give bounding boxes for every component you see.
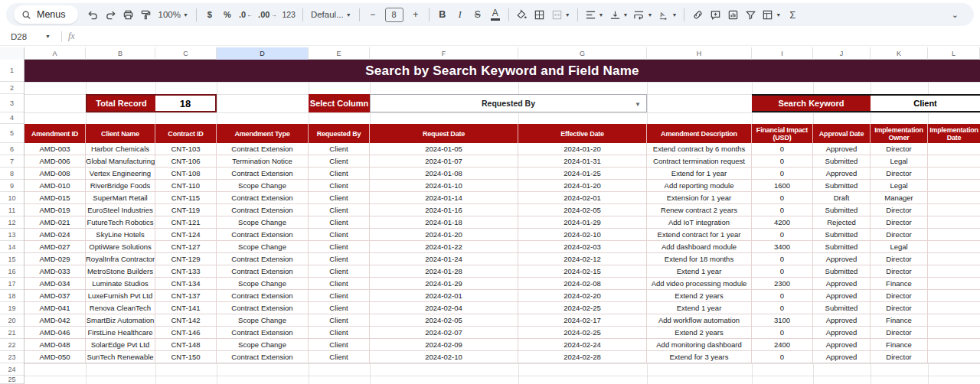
table-cell[interactable]: MetroStone Builders — [86, 265, 155, 278]
table-cell[interactable]: CNT-129 — [155, 253, 217, 265]
table-cell[interactable]: 2024-01-14 — [370, 192, 518, 204]
table-cell[interactable]: 2024-01-18 — [370, 216, 518, 229]
table-cell[interactable]: CNT-106 — [155, 155, 217, 168]
table-cell[interactable]: Director — [871, 229, 928, 241]
table-cell[interactable]: 2024-02-08 — [518, 278, 647, 290]
table-cell[interactable]: Client — [309, 327, 370, 339]
table-cell[interactable]: Scope Change — [217, 314, 309, 327]
table-cell[interactable]: 2024-01-20 — [370, 229, 518, 241]
table-cell[interactable]: CNT-108 — [155, 168, 217, 180]
table-cell[interactable]: 2400 — [752, 339, 813, 351]
table-cell[interactable]: Extend 2 years — [647, 327, 752, 339]
table-cell[interactable]: SkyLine Hotels — [86, 229, 155, 241]
table-cell[interactable]: CNT-103 — [155, 143, 217, 155]
table-cell[interactable]: Client — [309, 290, 370, 302]
table-cell[interactable]: 0 — [752, 265, 813, 278]
table-cell[interactable]: Submitted — [813, 265, 871, 278]
table-cell[interactable]: Director — [871, 143, 928, 155]
table-cell[interactable] — [928, 327, 980, 339]
table-cell[interactable]: CNT-137 — [155, 290, 217, 302]
table-cell[interactable]: FutureTech Robotics — [86, 216, 155, 229]
table-cell[interactable]: Contract Extension — [217, 351, 309, 363]
font-size-input[interactable]: 8 — [385, 8, 403, 22]
row-header-1[interactable]: 1 — [0, 60, 24, 82]
text-color-button[interactable]: A — [487, 5, 504, 24]
table-cell[interactable]: Approved — [813, 290, 871, 302]
table-cell[interactable] — [928, 253, 980, 265]
table-cell[interactable]: CNT-110 — [155, 180, 217, 192]
table-cell[interactable]: AMD-027 — [24, 241, 86, 253]
redo-button[interactable] — [103, 5, 119, 24]
row-header-25[interactable]: 25 — [0, 376, 24, 384]
fill-color-button[interactable] — [514, 5, 531, 24]
table-cell[interactable]: Termination Notice — [217, 155, 309, 168]
paint-format-button[interactable] — [138, 5, 155, 24]
table-cell[interactable]: AMD-010 — [24, 180, 86, 192]
table-cell[interactable] — [928, 302, 980, 314]
row-header-16[interactable]: 16 — [0, 265, 24, 278]
table-cell[interactable]: Contract termination request — [647, 155, 752, 168]
table-cell[interactable]: SmartBiz Automation — [86, 314, 155, 327]
table-cell[interactable]: Scope Change — [217, 278, 309, 290]
table-cell[interactable]: LuxeFurnish Pvt Ltd — [86, 290, 155, 302]
decrease-decimal-button[interactable]: .0← — [237, 5, 255, 24]
insert-link-button[interactable] — [689, 5, 706, 24]
table-cell[interactable] — [928, 143, 980, 155]
table-cell[interactable]: Submitted — [813, 180, 871, 192]
table-cell[interactable]: Contract Extension — [217, 204, 309, 216]
table-cell[interactable]: 2024-01-22 — [370, 241, 518, 253]
table-cell[interactable]: AMD-008 — [24, 168, 86, 180]
table-cell[interactable] — [928, 339, 980, 351]
table-header-cell[interactable]: Amendment ID — [24, 124, 86, 143]
table-cell[interactable]: Extend for 3 years — [647, 351, 752, 363]
row-header-11[interactable]: 11 — [0, 204, 24, 216]
table-cell[interactable]: Luminate Studios — [86, 278, 155, 290]
table-cell[interactable]: 2024-02-01 — [370, 290, 518, 302]
column-header-C[interactable]: C — [155, 47, 217, 60]
total-record-value[interactable]: 18 — [155, 96, 215, 111]
table-cell[interactable]: OptiWare Solutions — [86, 241, 155, 253]
select-all-corner[interactable] — [0, 47, 24, 60]
increase-decimal-button[interactable]: .00→ — [256, 5, 279, 24]
table-cell[interactable]: CNT-148 — [155, 339, 217, 351]
table-cell[interactable]: Approved — [813, 314, 871, 327]
table-cell[interactable]: AMD-041 — [24, 302, 86, 314]
table-cell[interactable] — [928, 204, 980, 216]
table-cell[interactable]: Client — [309, 192, 370, 204]
insert-chart-button[interactable] — [724, 5, 741, 24]
table-cell[interactable]: Client — [309, 253, 370, 265]
column-header-E[interactable]: E — [309, 47, 370, 60]
table-header-cell[interactable]: Requested By — [309, 124, 370, 143]
table-cell[interactable]: Client — [309, 351, 370, 363]
table-cell[interactable]: Approved — [813, 351, 871, 363]
table-cell[interactable]: Add video processing module — [647, 278, 752, 290]
undo-button[interactable] — [85, 5, 102, 24]
table-cell[interactable]: 2024-02-03 — [518, 241, 647, 253]
increase-font-size-button[interactable]: + — [407, 5, 424, 24]
table-cell[interactable]: AMD-050 — [24, 351, 86, 363]
table-cell[interactable]: 2024-02-09 — [370, 339, 518, 351]
row-header-21[interactable]: 21 — [0, 327, 24, 339]
table-cell[interactable]: 3400 — [752, 241, 813, 253]
row-header-12[interactable]: 12 — [0, 216, 24, 229]
table-cell[interactable]: 0 — [752, 253, 813, 265]
row-header-9[interactable]: 9 — [0, 180, 24, 192]
table-cell[interactable]: Extend contract by 6 months — [647, 143, 752, 155]
table-cell[interactable]: Client — [309, 216, 370, 229]
table-cell[interactable]: 2024-01-31 — [518, 155, 647, 168]
table-cell[interactable]: 2024-01-07 — [370, 155, 518, 168]
table-cell[interactable]: Extension for 1 year — [647, 192, 752, 204]
zoom-select[interactable]: 100%▼ — [155, 5, 191, 24]
table-cell[interactable] — [928, 229, 980, 241]
table-cell[interactable]: 3100 — [752, 314, 813, 327]
table-cell[interactable]: RiverBridge Foods — [86, 180, 155, 192]
column-header-K[interactable]: K — [871, 47, 928, 60]
table-cell[interactable]: AMD-021 — [24, 216, 86, 229]
table-cell[interactable]: Contract Extension — [217, 229, 309, 241]
table-cell[interactable] — [928, 290, 980, 302]
table-cell[interactable]: CNT-127 — [155, 241, 217, 253]
table-cell[interactable]: Finance — [871, 314, 928, 327]
table-cell[interactable]: Approved — [813, 327, 871, 339]
table-cell[interactable]: Vertex Engineering — [86, 168, 155, 180]
insert-comment-button[interactable] — [707, 5, 724, 24]
